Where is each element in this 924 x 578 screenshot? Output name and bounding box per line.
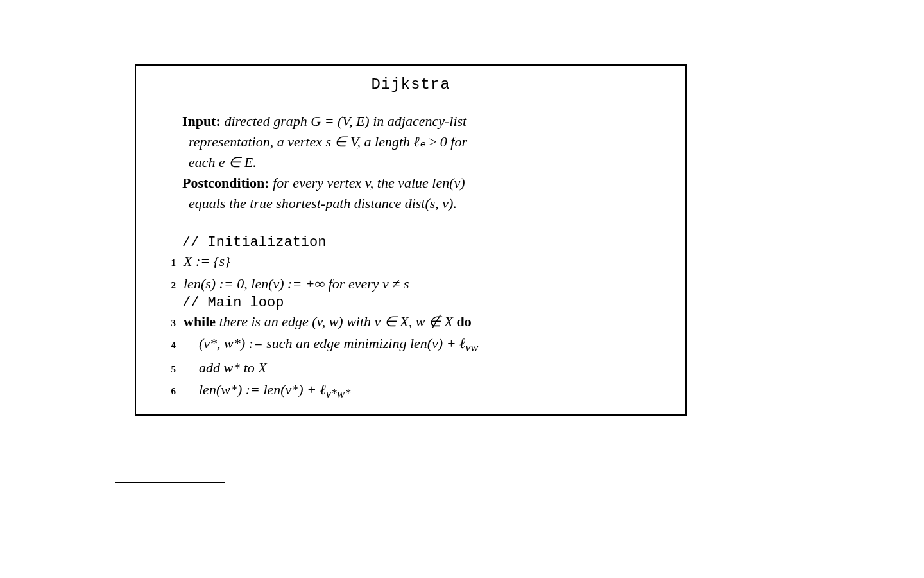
algorithm-box: Dijkstra Input: directed graph G = (V, E… [135, 64, 687, 416]
divider-rule [182, 225, 646, 225]
input-text-line3: each e ∈ E. [189, 152, 658, 173]
code-line-5: 5 add w* to X [155, 357, 671, 379]
page: Dijkstra Input: directed graph G = (V, E… [0, 0, 924, 578]
code-line-3: 3 while there is an edge (v, w) with v ∈… [155, 311, 671, 333]
subscript-vw: vw [465, 341, 478, 354]
input-label: Input: [182, 113, 221, 129]
footnote-rule [116, 482, 225, 483]
line4-text-a: (v*, w*) := such an edge minimizing [199, 335, 410, 351]
code-body: while there is an edge (v, w) with v ∈ X… [184, 311, 671, 333]
post-text-line1: for every vertex v, the value len(v) [270, 175, 465, 191]
code-line-2: 2 len(s) := 0, len(v) := +∞ for every v … [155, 273, 671, 295]
post-text-line2: equals the true shortest-path distance d… [189, 193, 658, 214]
postcondition-spec: Postcondition: for every vertex v, the v… [182, 173, 658, 193]
code-body: len(w*) := len(v*) + ℓv*w* [184, 379, 671, 403]
line-number: 1 [155, 256, 176, 270]
code-line-6: 6 len(w*) := len(v*) + ℓv*w* [155, 379, 671, 403]
subscript-vstar-wstar: v*w* [326, 387, 351, 400]
keyword-while: while [184, 313, 216, 329]
line-number: 4 [155, 338, 176, 353]
line6-text: len(w*) := len(v*) + ℓ [199, 381, 326, 398]
line-number: 3 [155, 316, 176, 331]
comment-init: // Initialization [182, 234, 671, 250]
algorithm-title: Dijkstra [150, 76, 671, 93]
code-body: len(s) := 0, len(v) := +∞ for every v ≠ … [184, 273, 671, 295]
code-line-4: 4 (v*, w*) := such an edge minimizing le… [155, 333, 671, 357]
comment-main: // Main loop [182, 295, 671, 311]
input-spec: Input: directed graph G = (V, E) in adja… [182, 111, 658, 132]
keyword-do: do [456, 313, 471, 329]
while-condition: there is an edge (v, w) with v ∈ X, w ∉ … [216, 313, 456, 329]
spec-block: Input: directed graph G = (V, E) in adja… [182, 111, 658, 213]
input-text-line1: directed graph G = (V, E) in adjacency-l… [221, 113, 466, 129]
line-number: 2 [155, 278, 176, 293]
code-body: X := {s} [184, 250, 671, 272]
code-line-1: 1 X := {s} [155, 250, 671, 272]
line-number: 5 [155, 362, 176, 377]
postcondition-label: Postcondition: [182, 175, 270, 191]
line4-text-b: len(v) + ℓ [410, 335, 465, 351]
code-body: (v*, w*) := such an edge minimizing len(… [184, 333, 671, 357]
input-text-line2: representation, a vertex s ∈ V, a length… [189, 132, 658, 152]
code-body: add w* to X [184, 357, 671, 379]
line-number: 6 [155, 384, 176, 399]
